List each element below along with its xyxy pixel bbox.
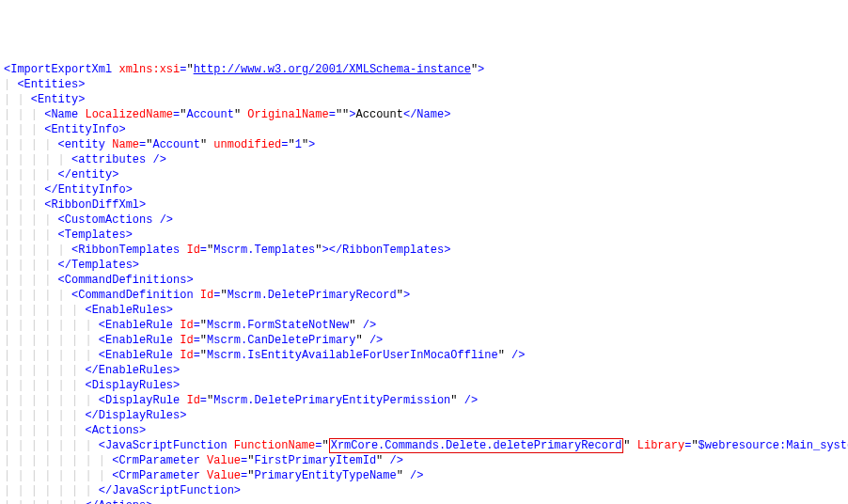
token: Id [180,334,193,347]
token: < [85,379,91,392]
token: " [691,439,698,452]
indent-guide: | | | | [4,274,58,287]
code-line: | | | | <CommandDefinitions> [4,273,844,288]
code-line: | | | | <CustomActions /> [4,213,844,228]
code-line: | | | | | | | <EnableRule Id="Mscrm.CanD… [4,333,844,348]
token: OriginalName [247,108,328,121]
indent-guide: | | | | | | [4,379,85,392]
token: </ [58,168,71,181]
code-line: | | | <EntityInfo> [4,122,844,137]
token: Mscrm.FormStateNotNew [207,319,349,332]
token: CommandDefinition [78,289,193,302]
token: > [78,78,85,91]
token [228,439,234,452]
token: < [58,138,65,151]
token: < [58,213,65,227]
token: > [180,409,186,422]
token: http://www.w3.org/2001/XMLSchema-instanc… [194,63,471,76]
token: EnableRules [99,364,173,377]
token: " [315,244,322,257]
token: Id [180,349,193,362]
token: > [126,228,133,242]
token: < [99,439,105,452]
token: </ [85,409,98,422]
code-line: | | | <RibbonDiffXml> [4,197,844,213]
token: > [349,108,355,121]
token: > [133,259,139,272]
highlighted-value: XrmCore.Commands.Delete.deletePrimaryRec… [329,438,624,453]
token: > [173,379,180,392]
token: < [31,93,38,106]
indent-guide: | | | | | | [4,424,85,437]
code-line: | | | | </Templates> [4,258,844,273]
token: /> [458,394,479,407]
token: = [194,319,200,332]
token: > [126,183,133,197]
token: Value [207,454,241,467]
token: < [99,349,105,362]
code-line: | | | | | | </DisplayRules> [4,408,844,423]
token: " [623,439,630,452]
token: < [58,228,65,242]
code-line: | | | </EntityInfo> [4,182,844,197]
indent-guide: | | | | | | | [4,334,99,347]
token: Mscrm.DeletePrimaryEntityPermission [213,394,450,407]
token: RibbonTemplates [78,244,180,257]
token: </ [99,484,112,497]
token: CrmParameter [118,454,199,467]
token: = [194,334,200,347]
token: " [397,289,403,302]
token: /> [356,319,377,332]
token: " [356,334,363,347]
indent-guide: | | | | | | | [4,484,99,497]
token: </ [44,183,57,197]
token: < [99,319,105,332]
token: > [186,274,193,287]
token: 1 [295,138,302,151]
token: " [450,394,457,407]
code-line: | | | | | | | <JavaScriptFunction Functi… [4,438,844,453]
code-line: | | <Entity> [4,92,844,107]
token: CrmParameter [118,469,199,482]
code-line: | <Entities> [4,77,844,92]
token: < [99,334,105,347]
token: Mscrm.Templates [213,244,315,257]
token: < [99,394,105,407]
code-line: | | | | | | | | <CrmParameter Value="Pri… [4,468,844,483]
token: > [234,484,241,497]
code-line: | | | | | <RibbonTemplates Id="Mscrm.Tem… [4,243,844,258]
token: $webresource:Main_system_library.js [699,439,848,452]
code-line: | | | | <entity Name="Account" unmodifie… [4,137,844,152]
token: CustomActions [65,213,153,227]
indent-guide: | | | [4,123,44,136]
indent-guide: | | | | | [4,244,71,257]
token: entity [71,168,112,181]
token: EntityInfo [51,123,118,136]
token: Account [356,108,403,121]
token: /> [152,213,173,227]
token: Actions [99,499,146,504]
token: </ [58,259,71,272]
token: EnableRule [105,334,173,347]
token: Value [207,469,241,482]
token: ></ [322,244,343,257]
token: < [17,78,24,91]
code-line: | | | | | <CommandDefinition Id="Mscrm.D… [4,288,844,303]
token: > [173,364,180,377]
indent-guide: | | | | [4,168,58,181]
token [631,439,637,452]
token: Id [186,394,199,407]
token: FunctionName [234,439,315,452]
xml-source: <ImportExportXml xmlns:xsi="http://www.w… [4,62,844,504]
code-line: | | | | | | </Actions> [4,498,844,504]
token: < [85,304,91,317]
token: = [200,394,207,407]
token: > [78,93,85,106]
token: " [349,319,355,332]
code-line: | | | | </entity> [4,167,844,182]
token: LocalizedName [85,108,173,121]
indent-guide: | | | | | | | [4,349,99,362]
token: > [146,499,152,504]
token: > [478,63,484,76]
token: CommandDefinitions [65,274,187,287]
